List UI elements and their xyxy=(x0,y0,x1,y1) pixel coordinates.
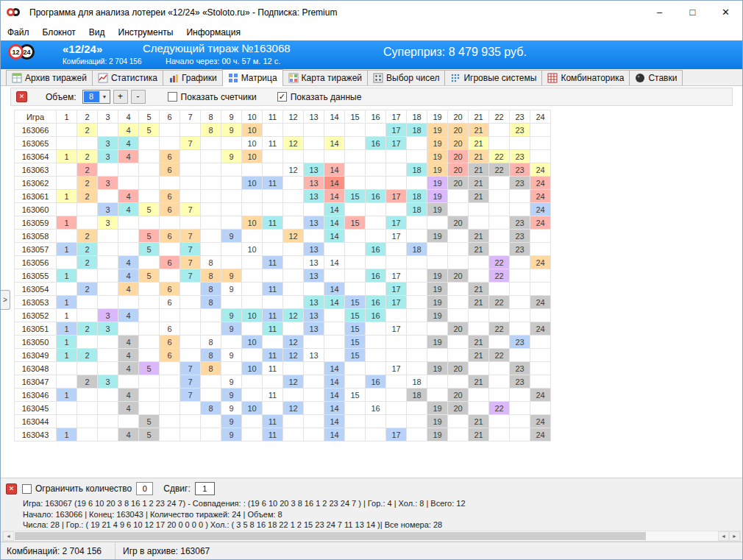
matrix-cell-empty xyxy=(118,243,139,256)
matrix-cell-empty xyxy=(283,362,304,375)
game-label-163055[interactable]: 163055 xyxy=(15,269,57,283)
side-panel-expander[interactable]: > xyxy=(1,290,10,310)
matrix-cell-empty xyxy=(180,283,201,296)
matrix-cell-empty xyxy=(448,243,469,256)
matrix-cell-filled: 4 xyxy=(118,137,139,150)
footer-clear-button[interactable]: ✕ xyxy=(6,483,17,495)
game-label-163047[interactable]: 163047 xyxy=(15,375,57,389)
game-label-163044[interactable]: 163044 xyxy=(15,415,57,428)
matrix-cell-filled: 10 xyxy=(242,124,263,137)
matrix-cell-empty xyxy=(407,256,427,269)
matrix-cell-filled: 14 xyxy=(324,402,345,415)
game-label-163052[interactable]: 163052 xyxy=(15,309,57,322)
tab-archive[interactable]: Архив тиражей xyxy=(6,70,93,85)
matrix-cell-filled: 5 xyxy=(139,124,160,137)
game-label-163065[interactable]: 163065 xyxy=(15,137,57,150)
matrix-cell-empty xyxy=(98,190,118,203)
matrix-cell-filled: 15 xyxy=(345,309,366,322)
show-data-checkbox[interactable]: ✓ xyxy=(277,92,287,102)
matrix-cell-empty xyxy=(448,336,469,349)
horizontal-scrollbar[interactable]: ◄ ◄ ► xyxy=(2,531,741,542)
matrix-cell-empty xyxy=(283,216,304,230)
scroll-left-icon[interactable]: ◄ xyxy=(718,531,729,541)
matrix-cell-empty xyxy=(242,375,263,389)
matrix-cell-filled: 17 xyxy=(386,296,407,309)
scroll-left-icon[interactable]: ◄ xyxy=(3,531,14,541)
matrix-cell-filled: 19 xyxy=(427,230,448,243)
game-label-163048[interactable]: 163048 xyxy=(15,362,57,375)
tab-bets[interactable]: Ставки xyxy=(629,70,683,85)
matrix-cell-empty xyxy=(160,137,180,150)
volume-increase-button[interactable]: + xyxy=(113,90,128,104)
matrix-cell-empty xyxy=(386,415,407,428)
game-label-163064[interactable]: 163064 xyxy=(15,150,57,163)
tab-combinatorics[interactable]: Комбинаторика xyxy=(541,70,630,85)
matrix-row-163047: 1630472379121416182123 xyxy=(15,375,551,389)
scrollbar-thumb[interactable] xyxy=(15,532,646,540)
menu-view[interactable]: Вид xyxy=(82,25,112,40)
game-label-163057[interactable]: 163057 xyxy=(15,243,57,256)
matrix-row-163065: 163065347101112141617192021 xyxy=(15,137,551,150)
game-label-163050[interactable]: 163050 xyxy=(15,336,57,349)
matrix-cell-empty xyxy=(469,216,489,230)
matrix-cell-empty xyxy=(283,415,304,428)
matrix-cell-empty xyxy=(489,124,510,137)
game-label-163043[interactable]: 163043 xyxy=(15,428,57,442)
matrix-row-163055: 163055145789131617192022 xyxy=(15,269,551,283)
matrix-cell-filled: 10 xyxy=(242,402,263,415)
matrix-cell-filled: 9 xyxy=(221,402,242,415)
game-label-163051[interactable]: 163051 xyxy=(15,322,57,336)
game-label-163059[interactable]: 163059 xyxy=(15,216,57,230)
matrix-cell-empty xyxy=(345,375,366,389)
game-label-163063[interactable]: 163063 xyxy=(15,163,57,177)
menu-file[interactable]: Файл xyxy=(1,25,36,40)
scroll-right-icon[interactable]: ► xyxy=(729,531,740,541)
matrix-cell-empty xyxy=(469,322,489,336)
volume-decrease-button[interactable]: - xyxy=(131,90,146,104)
game-label-163058[interactable]: 163058 xyxy=(15,230,57,243)
close-button[interactable]: ✕ xyxy=(709,1,742,24)
game-label-163061[interactable]: 163061 xyxy=(15,190,57,203)
matrix-cell-filled: 4 xyxy=(118,256,139,269)
tab-game-systems[interactable]: Игровые системы xyxy=(444,70,542,85)
matrix-cell-empty xyxy=(510,256,530,269)
minimize-button[interactable]: – xyxy=(643,1,676,24)
chevron-down-icon[interactable]: ▼ xyxy=(99,91,110,103)
game-label-163062[interactable]: 163062 xyxy=(15,177,57,190)
menu-info[interactable]: Информация xyxy=(179,25,246,40)
tab-draw-map[interactable]: Карта тиражей xyxy=(282,70,368,85)
menu-tools[interactable]: Инструменты xyxy=(112,25,180,40)
matrix-cell-empty xyxy=(324,322,345,336)
maximize-button[interactable]: □ xyxy=(676,1,709,24)
limit-count-checkbox[interactable] xyxy=(22,484,32,494)
limit-count-input[interactable]: 0 xyxy=(136,482,153,495)
matrix-cell-empty xyxy=(180,322,201,336)
matrix-cell-empty xyxy=(57,375,77,389)
game-label-163066[interactable]: 163066 xyxy=(15,124,57,137)
show-counters-checkbox[interactable] xyxy=(168,92,177,102)
tab-matrix[interactable]: Матрица xyxy=(222,69,283,86)
menu-notebook[interactable]: Блокнот xyxy=(36,25,82,40)
matrix-cell-empty xyxy=(221,163,242,177)
matrix-cell-filled: 19 xyxy=(427,137,448,150)
game-label-163046[interactable]: 163046 xyxy=(15,389,57,402)
matrix-row-163060: 1630603456714181924 xyxy=(15,203,551,216)
clear-button[interactable]: ✕ xyxy=(16,91,27,102)
game-label-163056[interactable]: 163056 xyxy=(15,256,57,269)
shift-input[interactable]: 1 xyxy=(195,482,215,495)
matrix-cell-empty xyxy=(448,256,469,269)
game-label-163060[interactable]: 163060 xyxy=(15,203,57,216)
volume-select[interactable]: 8 ▼ xyxy=(82,90,110,104)
tab-number-pick[interactable]: Выбор чисел xyxy=(367,70,445,85)
game-label-163045[interactable]: 163045 xyxy=(15,402,57,415)
game-label-163054[interactable]: 163054 xyxy=(15,283,57,296)
matrix-cell-filled: 24 xyxy=(530,163,551,177)
tab-charts[interactable]: Графики xyxy=(163,70,223,85)
tab-statistics[interactable]: Статистика xyxy=(92,70,163,85)
matrix-cell-filled: 5 xyxy=(139,428,160,442)
matrix-cell-filled: 21 xyxy=(469,243,489,256)
matrix-cell-empty xyxy=(201,243,221,256)
game-label-163049[interactable]: 163049 xyxy=(15,349,57,362)
game-label-163053[interactable]: 163053 xyxy=(15,296,57,309)
matrix-cell-empty xyxy=(139,256,160,269)
